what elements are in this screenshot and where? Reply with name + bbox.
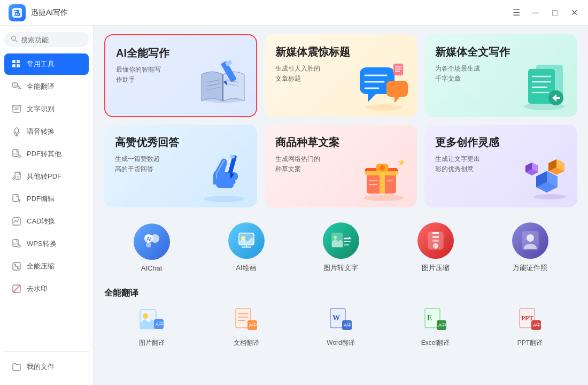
- svg-rect-48: [393, 64, 403, 75]
- tool-excel-translate[interactable]: E A中 Excel翻译: [388, 305, 483, 348]
- tool-img-compress[interactable]: ! 图片压缩: [388, 218, 483, 277]
- tool-label: 万能证件照: [513, 263, 547, 273]
- svg-rect-63: [230, 155, 235, 159]
- excel-translate-icon: E A中: [421, 305, 451, 335]
- svg-text:A中: A中: [438, 322, 446, 328]
- content-area: AI全能写作 最懂你的智能写作助手: [94, 26, 588, 385]
- card-title: 新媒体震惊标题: [275, 45, 407, 59]
- window-controls: ☰ ─ □ ✕: [511, 7, 579, 18]
- svg-point-14: [15, 128, 19, 133]
- sidebar-item-watermark[interactable]: 水 去水印: [4, 278, 89, 299]
- img-translate-icon: A中: [137, 305, 167, 335]
- speech-icon: [11, 126, 22, 137]
- search-input[interactable]: [21, 36, 82, 44]
- svg-rect-44: [386, 81, 408, 97]
- translate-label: Excel翻译: [421, 338, 450, 348]
- svg-point-78: [151, 234, 159, 243]
- sidebar-item-label: 语音转换: [27, 127, 82, 136]
- card-title: 新媒体全文写作: [435, 45, 567, 59]
- svg-rect-92: [432, 236, 439, 238]
- card-desc: 生成网络热门的种草文案: [275, 154, 347, 174]
- to-pdf-icon: PDF: [11, 171, 22, 182]
- svg-text:PDF: PDF: [16, 175, 20, 178]
- tool-ppt-translate[interactable]: PPT A中 PPT翻译: [483, 305, 577, 348]
- sidebar-item-cad[interactable]: CAD转换: [4, 211, 89, 232]
- sidebar: 常用工具 A 中 全能翻译: [0, 26, 94, 385]
- sidebar-item-label: 去水印: [27, 284, 82, 294]
- close-button[interactable]: ✕: [569, 7, 579, 18]
- tool-aichat[interactable]: AI AIChat: [104, 219, 199, 276]
- svg-text:A中: A中: [249, 322, 257, 328]
- wps-icon: WPS: [11, 238, 22, 250]
- card-ai-writing[interactable]: AI全能写作 最懂你的智能写作助手: [104, 34, 257, 117]
- svg-text:PPT: PPT: [521, 314, 533, 322]
- card-desc: 最懂你的智能写作助手: [116, 65, 187, 85]
- svg-text:E: E: [427, 314, 432, 322]
- sidebar-item-common-tools[interactable]: 常用工具: [4, 53, 89, 75]
- doc-translate-icon: A中: [231, 305, 261, 335]
- svg-rect-4: [12, 60, 16, 63]
- cad-icon: [11, 215, 22, 227]
- card-title: 高赞优秀回答: [115, 135, 246, 150]
- tool-id-photo[interactable]: 万能证件照: [483, 218, 577, 277]
- tool-word-translate[interactable]: W A中 Word翻译: [293, 305, 388, 348]
- sidebar-item-ocr[interactable]: 文字识别: [4, 98, 89, 120]
- svg-text:★: ★: [397, 157, 406, 168]
- svg-marker-45: [394, 97, 400, 103]
- svg-text:AI: AI: [146, 236, 151, 242]
- svg-text:中: 中: [16, 84, 19, 87]
- card-new-media-title[interactable]: 新媒体震惊标题 生成引人入胜的文章标题: [265, 34, 417, 117]
- card-image: [196, 58, 250, 112]
- tool-img-to-text[interactable]: 图片转文字: [293, 218, 388, 277]
- svg-line-3: [16, 40, 18, 42]
- svg-point-76: [533, 194, 566, 199]
- titlebar: 迅 迅捷AI写作 ☰ ─ □ ✕: [0, 0, 588, 26]
- sidebar-item-label: 文字识别: [27, 104, 82, 114]
- sidebar-item-wps[interactable]: WPS WPS转换: [4, 233, 89, 255]
- tool-doc-translate[interactable]: A中 文档翻译: [199, 305, 293, 348]
- card-image: ★: [357, 150, 411, 203]
- search-box[interactable]: [4, 32, 89, 47]
- svg-text:WPS: WPS: [13, 243, 18, 245]
- sidebar-item-speech[interactable]: 语音转换: [4, 121, 89, 142]
- card-high-praise[interactable]: 高赞优秀回答 生成一篇赞数超高的干货回答: [104, 125, 257, 207]
- translate-icon: A 中: [11, 81, 22, 93]
- sidebar-item-pdf-to-other[interactable]: PDF PDF转其他: [4, 143, 89, 165]
- maximize-button[interactable]: □: [550, 7, 560, 18]
- compress-icon: [11, 260, 22, 272]
- grid-icon: [11, 58, 22, 70]
- sidebar-item-label: 常用工具: [27, 59, 82, 69]
- card-title: 商品种草文案: [275, 135, 407, 150]
- sidebar-item-pdf-edit[interactable]: PDF编辑: [4, 188, 89, 210]
- svg-text:!: !: [434, 244, 435, 249]
- card-title: AI全能写作: [116, 46, 245, 60]
- svg-text:A中: A中: [533, 322, 541, 328]
- card-more-inspiration[interactable]: 更多创作灵感 生成让文字更出彩的优秀创意: [424, 125, 577, 207]
- svg-text:迅: 迅: [14, 10, 21, 17]
- card-image: ✦: [357, 59, 411, 113]
- sidebar-item-compress[interactable]: 全能压缩: [4, 256, 89, 277]
- idphoto-icon: [512, 222, 548, 259]
- tool-ai-draw[interactable]: AI绘画: [199, 218, 293, 277]
- card-new-media-full[interactable]: 新媒体全文写作 为各个场景生成千字文章: [424, 34, 577, 117]
- menu-button[interactable]: ☰: [511, 7, 522, 18]
- translate-label: Word翻译: [327, 338, 354, 348]
- card-product-seeding[interactable]: 商品种草文案 生成网络热门的种草文案: [265, 125, 417, 207]
- svg-point-71: [380, 165, 385, 171]
- folder-icon: [11, 361, 22, 373]
- svg-text:W: W: [332, 314, 340, 322]
- word-translate-icon: W A中: [326, 305, 356, 335]
- tool-img-translate[interactable]: A中 图片翻译: [104, 305, 199, 348]
- app-logo: 迅: [9, 4, 26, 21]
- svg-point-60: [204, 196, 244, 202]
- card-desc: 生成一篇赞数超高的干货回答: [115, 154, 187, 174]
- sidebar-item-other-to-pdf[interactable]: PDF 其他转PDF: [4, 166, 89, 187]
- sidebar-item-my-files[interactable]: 我的文件: [4, 356, 89, 378]
- icon-tools-row: AI AIChat AI绘画: [104, 218, 577, 277]
- app-title: 迅捷AI写作: [31, 8, 68, 18]
- minimize-button[interactable]: ─: [530, 7, 541, 18]
- ppt-translate-icon: PPT A中: [515, 305, 545, 335]
- svg-point-99: [143, 313, 148, 319]
- sidebar-item-translate[interactable]: A 中 全能翻译: [4, 76, 89, 97]
- sidebar-item-label: WPS转换: [27, 239, 82, 249]
